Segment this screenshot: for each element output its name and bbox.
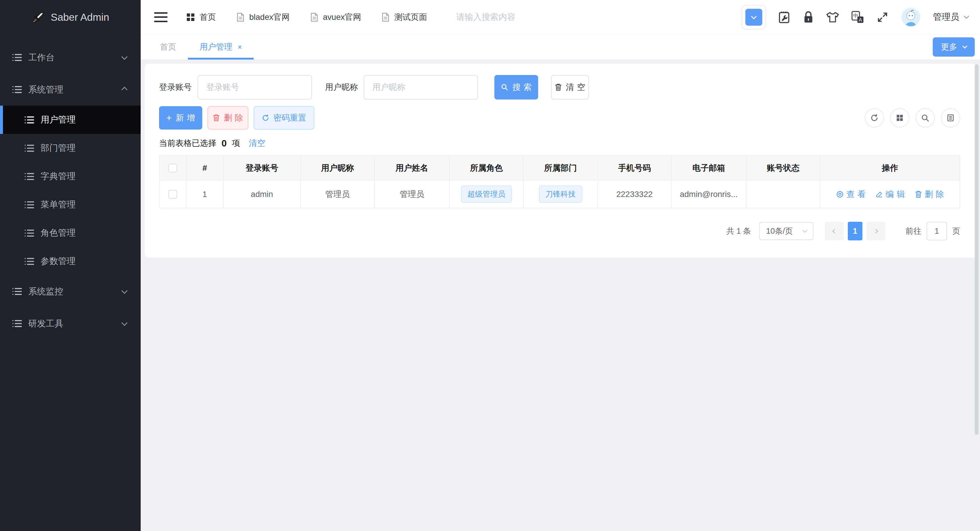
- sidebar-item-label: 研发工具: [28, 318, 63, 330]
- sidebar-item-role-management[interactable]: 角色管理: [0, 219, 141, 247]
- sidebar-item-workbench[interactable]: 工作台: [0, 41, 141, 73]
- topmenu-item-home[interactable]: 首页: [186, 12, 216, 23]
- topmenu-item-avuex[interactable]: avuex官网: [310, 12, 361, 23]
- search-button-label: 搜索: [512, 82, 535, 93]
- account-field-label: 登录账号: [159, 82, 192, 93]
- col-realname: 用户姓名: [375, 156, 450, 180]
- topmenu-item-test-page[interactable]: 测试页面: [382, 12, 427, 23]
- prev-page-button[interactable]: [825, 222, 844, 240]
- select-all-checkbox[interactable]: [169, 164, 177, 172]
- sidebar-item-user-management[interactable]: 用户管理: [0, 106, 141, 134]
- toggle-search-button[interactable]: [915, 108, 935, 127]
- tabs-more-button[interactable]: 更多: [933, 37, 975, 57]
- document-icon: [236, 13, 245, 22]
- delete-button[interactable]: 删除: [207, 106, 248, 130]
- cell-realname: 管理员: [375, 180, 450, 208]
- topmenu-label: 测试页面: [394, 12, 427, 23]
- row-checkbox[interactable]: [169, 190, 177, 199]
- selection-count: 0: [220, 138, 228, 149]
- sidebar: Saber Admin 工作台 系统管理 用户管理 部门管: [0, 0, 141, 531]
- selection-suffix: 项: [232, 138, 240, 149]
- top-menu-toggle-button[interactable]: [741, 5, 766, 29]
- collapse-menu-icon[interactable]: [154, 12, 167, 22]
- table-toolbar: + 新增 删除 密码重置: [159, 106, 960, 130]
- sidebar-item-system-monitor[interactable]: 系统监控: [0, 275, 141, 307]
- tab-bar: 首页 用户管理 × 更多: [141, 35, 980, 60]
- page-number-current[interactable]: 1: [848, 222, 862, 240]
- sidebar-item-dict-management[interactable]: 字典管理: [0, 162, 141, 191]
- display-settings-button[interactable]: [941, 108, 960, 127]
- cell-status: [746, 180, 820, 208]
- sidebar-item-menu-management[interactable]: 菜单管理: [0, 191, 141, 219]
- topmenu-label: bladex官网: [249, 12, 290, 23]
- chevron-down-icon: [745, 9, 762, 25]
- theme-tshirt-icon[interactable]: [826, 11, 839, 23]
- pagination-nav: 1: [825, 222, 885, 240]
- chevron-right-icon: [873, 229, 878, 234]
- app-logo: Saber Admin: [0, 0, 141, 35]
- fullscreen-icon[interactable]: [877, 11, 889, 23]
- col-status: 账号状态: [746, 156, 820, 180]
- grid-icon: [186, 13, 195, 22]
- clear-button[interactable]: 清空: [551, 75, 589, 100]
- tab-home[interactable]: 首页: [148, 35, 188, 59]
- global-search-input[interactable]: [456, 12, 579, 22]
- add-button-label: 新增: [176, 112, 198, 123]
- delete-link[interactable]: 删除: [915, 189, 944, 200]
- list-icon: [12, 320, 22, 328]
- sidebar-item-label: 字典管理: [41, 170, 76, 182]
- lock-icon[interactable]: [803, 11, 814, 24]
- pagination-total: 共 1 条: [726, 226, 751, 236]
- pagination: 共 1 条 10条/页 1 前往 页: [159, 222, 960, 240]
- user-menu[interactable]: 管理员: [933, 11, 968, 23]
- table-row: 1 admin 管理员 管理员 超级管理员 刀锋科技 22233322 admi…: [160, 180, 959, 208]
- sidebar-item-dept-management[interactable]: 部门管理: [0, 134, 141, 162]
- account-field[interactable]: [197, 75, 312, 100]
- column-settings-button[interactable]: [890, 108, 909, 127]
- sidebar-item-label: 角色管理: [41, 227, 76, 239]
- selection-clear-link[interactable]: 清空: [249, 138, 265, 149]
- refresh-button[interactable]: [865, 108, 884, 127]
- sidebar-item-system-management[interactable]: 系统管理: [0, 73, 141, 106]
- language-icon[interactable]: 中A: [851, 11, 864, 24]
- search-icon: [501, 83, 508, 91]
- view-link[interactable]: 查看: [836, 189, 866, 200]
- nickname-field[interactable]: [364, 75, 478, 100]
- edit-link[interactable]: 编辑: [876, 189, 905, 200]
- reset-password-button[interactable]: 密码重置: [254, 106, 314, 130]
- chevron-left-icon: [832, 229, 837, 234]
- vertical-scrollbar[interactable]: [975, 64, 978, 435]
- col-phone: 手机号码: [598, 156, 671, 180]
- pagination-goto: 前往 页: [905, 222, 960, 240]
- chevron-down-icon: [121, 288, 127, 294]
- add-button[interactable]: + 新增: [159, 106, 202, 130]
- role-tag: 超级管理员: [461, 186, 512, 203]
- list-icon: [24, 116, 34, 124]
- sidebar-item-dev-tools[interactable]: 研发工具: [0, 307, 141, 340]
- sidebar-item-label: 工作台: [28, 52, 54, 64]
- changelog-icon[interactable]: [778, 11, 791, 24]
- delete-button-label: 删除: [224, 112, 246, 123]
- chevron-down-icon: [803, 228, 807, 232]
- tab-user-management[interactable]: 用户管理 ×: [188, 35, 254, 59]
- dept-tag: 刀锋科技: [539, 186, 582, 203]
- view-label: 查看: [846, 189, 869, 200]
- cell-index: 1: [186, 180, 224, 208]
- topmenu-item-bladex[interactable]: bladex官网: [236, 12, 290, 23]
- close-icon[interactable]: ×: [237, 43, 242, 52]
- goto-prefix: 前往: [905, 226, 921, 236]
- next-page-button[interactable]: [867, 222, 885, 240]
- avatar[interactable]: [901, 7, 921, 27]
- sidebar-item-label: 菜单管理: [41, 199, 76, 211]
- search-button[interactable]: 搜索: [495, 75, 538, 100]
- refresh-icon: [870, 113, 879, 122]
- page-size-value: 10条/页: [766, 226, 793, 236]
- sidebar-item-label: 系统监控: [28, 286, 63, 297]
- list-icon: [24, 172, 34, 181]
- sidebar-menu: 工作台 系统管理 用户管理 部门管理 字典管理: [0, 35, 141, 340]
- cell-role: 超级管理员: [450, 180, 523, 208]
- list-icon: [12, 288, 22, 296]
- sidebar-item-param-management[interactable]: 参数管理: [0, 247, 141, 275]
- page-size-select[interactable]: 10条/页: [759, 222, 813, 240]
- goto-page-input[interactable]: [927, 222, 947, 240]
